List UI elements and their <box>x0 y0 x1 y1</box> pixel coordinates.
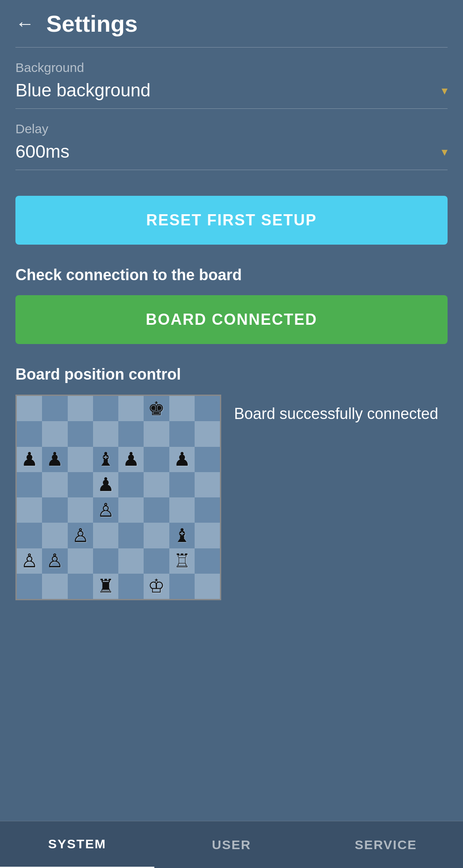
background-dropdown-arrow: ▾ <box>442 84 448 98</box>
background-setting: Background Blue background ▾ <box>15 60 448 109</box>
chess-board-wrapper: ♚♟♟♝♟♟♟♙♙♝♙♙♖♜♔ <box>15 395 221 600</box>
chess-cell-2-6: ♟ <box>169 447 195 472</box>
chess-cell-0-5: ♚ <box>144 396 169 421</box>
chess-cell-5-4 <box>118 523 144 548</box>
chess-cell-3-7 <box>195 472 220 497</box>
background-dropdown[interactable]: Blue background ▾ <box>15 80 448 109</box>
chess-cell-3-6 <box>169 472 195 497</box>
chess-cell-2-1: ♟ <box>42 447 67 472</box>
chess-cell-4-6 <box>169 497 195 523</box>
chess-cell-2-2 <box>68 447 93 472</box>
chess-cell-1-1 <box>42 421 67 446</box>
chess-cell-5-7 <box>195 523 220 548</box>
chess-cell-1-2 <box>68 421 93 446</box>
chess-cell-5-5 <box>144 523 169 548</box>
board-connected-button[interactable]: BOARD CONNECTED <box>15 295 448 344</box>
delay-label: Delay <box>15 122 448 136</box>
chess-cell-6-2 <box>68 548 93 574</box>
chess-cell-2-7 <box>195 447 220 472</box>
chess-cell-6-4 <box>118 548 144 574</box>
reset-first-setup-button[interactable]: RESET FIRST SETUP <box>15 196 448 245</box>
chess-cell-5-2: ♙ <box>68 523 93 548</box>
bottom-nav: SYSTEM USER SERVICE <box>0 821 463 868</box>
delay-dropdown[interactable]: 600ms ▾ <box>15 141 448 170</box>
chess-cell-4-7 <box>195 497 220 523</box>
chess-cell-4-0 <box>17 497 42 523</box>
board-status-text: Board successfully connected <box>234 403 438 425</box>
chess-cell-0-1 <box>42 396 67 421</box>
delay-setting: Delay 600ms ▾ <box>15 122 448 170</box>
chess-cell-1-0 <box>17 421 42 446</box>
chess-cell-1-5 <box>144 421 169 446</box>
chess-board: ♚♟♟♝♟♟♟♙♙♝♙♙♖♜♔ <box>15 395 221 600</box>
chess-cell-5-3 <box>93 523 118 548</box>
chess-cell-3-0 <box>17 472 42 497</box>
chess-cell-1-6 <box>169 421 195 446</box>
chess-cell-0-0 <box>17 396 42 421</box>
chess-cell-7-7 <box>195 574 220 599</box>
chess-cell-2-3: ♝ <box>93 447 118 472</box>
board-position-section: ♚♟♟♝♟♟♟♙♙♝♙♙♖♜♔ Board successfully conne… <box>15 395 448 600</box>
chess-cell-5-6: ♝ <box>169 523 195 548</box>
back-button[interactable]: ← <box>15 13 34 34</box>
chess-cell-7-2 <box>68 574 93 599</box>
chess-cell-2-5 <box>144 447 169 472</box>
tab-service[interactable]: SERVICE <box>309 821 463 868</box>
chess-cell-3-5 <box>144 472 169 497</box>
delay-value: 600ms <box>15 141 69 162</box>
chess-cell-7-5: ♔ <box>144 574 169 599</box>
chess-cell-1-4 <box>118 421 144 446</box>
chess-cell-2-0: ♟ <box>17 447 42 472</box>
tab-system[interactable]: SYSTEM <box>0 821 154 868</box>
app-header: ← Settings <box>0 0 463 47</box>
chess-cell-5-0 <box>17 523 42 548</box>
chess-cell-1-7 <box>195 421 220 446</box>
chess-cell-7-3: ♜ <box>93 574 118 599</box>
chess-cell-3-1 <box>42 472 67 497</box>
chess-cell-6-5 <box>144 548 169 574</box>
chess-cell-4-4 <box>118 497 144 523</box>
chess-cell-4-2 <box>68 497 93 523</box>
chess-cell-2-4: ♟ <box>118 447 144 472</box>
chess-cell-6-3 <box>93 548 118 574</box>
chess-cell-5-1 <box>42 523 67 548</box>
chess-cell-0-4 <box>118 396 144 421</box>
chess-cell-4-3: ♙ <box>93 497 118 523</box>
top-divider <box>15 47 448 48</box>
chess-cell-1-3 <box>93 421 118 446</box>
background-value: Blue background <box>15 80 150 101</box>
chess-cell-6-6: ♖ <box>169 548 195 574</box>
chess-cell-7-4 <box>118 574 144 599</box>
chess-cell-7-6 <box>169 574 195 599</box>
chess-cell-4-1 <box>42 497 67 523</box>
chess-cell-6-7 <box>195 548 220 574</box>
chess-cell-6-1: ♙ <box>42 548 67 574</box>
chess-cell-0-6 <box>169 396 195 421</box>
tab-user[interactable]: USER <box>154 821 309 868</box>
chess-cell-4-5 <box>144 497 169 523</box>
settings-content: Background Blue background ▾ Delay 600ms… <box>0 47 463 600</box>
board-position-heading: Board position control <box>15 365 448 383</box>
background-label: Background <box>15 60 448 75</box>
chess-cell-7-0 <box>17 574 42 599</box>
chess-cell-0-7 <box>195 396 220 421</box>
chess-cell-7-1 <box>42 574 67 599</box>
chess-cell-6-0: ♙ <box>17 548 42 574</box>
chess-cell-0-2 <box>68 396 93 421</box>
chess-cell-0-3 <box>93 396 118 421</box>
chess-cell-3-2 <box>68 472 93 497</box>
chess-cell-3-4 <box>118 472 144 497</box>
check-connection-heading: Check connection to the board <box>15 266 448 284</box>
page-title: Settings <box>46 10 138 37</box>
chess-cell-3-3: ♟ <box>93 472 118 497</box>
delay-dropdown-arrow: ▾ <box>442 145 448 159</box>
